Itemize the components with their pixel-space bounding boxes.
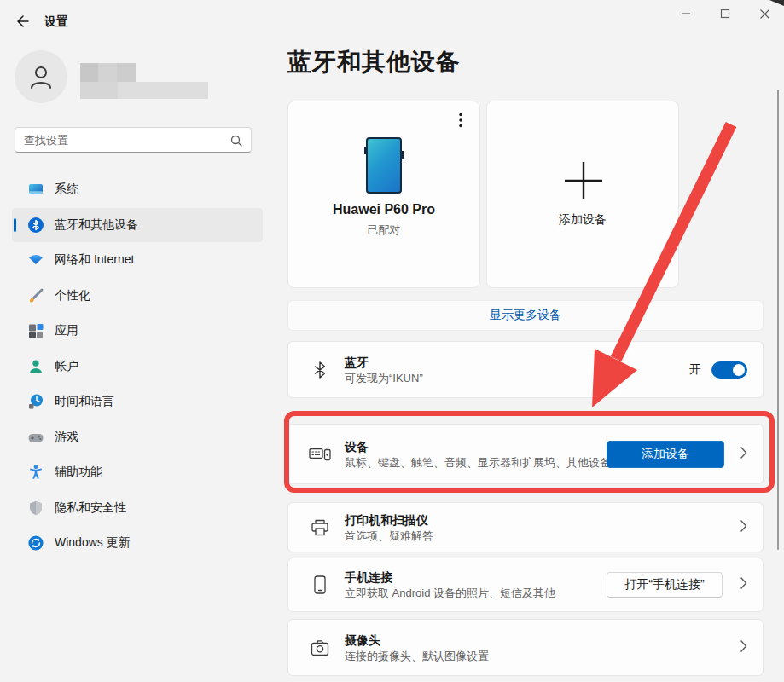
personalization-icon <box>27 287 44 304</box>
main-content: 蓝牙和其他设备 Huawei P60 Pro 已配对 添加设备 显示更多设备 <box>287 0 764 682</box>
add-device-button[interactable]: 添加设备 <box>607 441 724 468</box>
sidebar-item-label: 游戏 <box>55 430 78 445</box>
sidebar-item-bluetooth-devices[interactable]: 蓝牙和其他设备 <box>12 208 263 242</box>
cameras-row[interactable]: 摄像头 连接的摄像头、默认图像设置 <box>287 619 764 676</box>
add-device-button-label: 添加设备 <box>642 447 689 462</box>
bluetooth-rune-icon <box>309 359 331 381</box>
camera-icon <box>309 637 331 659</box>
printers-title: 打印机和扫描仪 <box>345 512 433 528</box>
user-name-redacted <box>80 61 210 99</box>
sidebar-item-accounts[interactable]: 帐户 <box>12 350 263 384</box>
bluetooth-title: 蓝牙 <box>345 355 423 370</box>
phone-link-row[interactable]: 手机连接 立即获取 Android 设备的照片、短信及其他 打开“手机连接” <box>287 558 764 612</box>
sidebar-item-privacy[interactable]: 隐私和安全性 <box>12 491 263 525</box>
sidebar-item-system[interactable]: 系统 <box>12 172 263 206</box>
sidebar-nav: 系统 蓝牙和其他设备 网络和 Internet <box>0 172 273 562</box>
keyboard-mouse-icon <box>309 443 331 465</box>
sidebar-item-label: 帐户 <box>55 359 78 374</box>
device-status: 已配对 <box>288 223 479 238</box>
scrollbar-thumb[interactable] <box>777 90 779 550</box>
accessibility-icon <box>27 464 44 481</box>
printers-row[interactable]: 打印机和扫描仪 首选项、疑难解答 <box>287 502 764 552</box>
sidebar-item-accessibility[interactable]: 辅助功能 <box>12 455 263 489</box>
system-icon <box>27 181 44 198</box>
sidebar-item-label: 隐私和安全性 <box>55 500 126 516</box>
phone-link-subtitle: 立即获取 Android 设备的照片、短信及其他 <box>345 586 555 600</box>
device-name: Huawei P60 Pro <box>288 202 479 217</box>
device-menu-button[interactable] <box>450 110 471 130</box>
show-more-label: 显示更多设备 <box>490 308 561 323</box>
page-title: 蓝牙和其他设备 <box>287 46 461 78</box>
printer-icon <box>309 517 331 539</box>
chevron-right-icon[interactable] <box>740 520 747 535</box>
privacy-icon <box>27 500 44 517</box>
sidebar-item-label: 系统 <box>55 182 78 197</box>
phone-graphic-icon <box>366 137 402 194</box>
sidebar-item-label: 时间和语言 <box>55 394 114 409</box>
cameras-subtitle: 连接的摄像头、默认图像设置 <box>345 649 489 663</box>
sidebar: 系统 蓝牙和其他设备 网络和 Internet <box>0 41 273 682</box>
add-device-label: 添加设备 <box>487 212 678 228</box>
sidebar-item-label: 网络和 Internet <box>55 252 134 268</box>
toggle-knob <box>733 364 745 376</box>
smartphone-icon <box>309 574 331 596</box>
sidebar-item-apps[interactable]: 应用 <box>12 314 263 348</box>
open-phone-link-label: 打开“手机连接” <box>624 577 704 592</box>
gaming-icon <box>27 429 44 446</box>
phone-link-title: 手机连接 <box>345 569 555 585</box>
devices-subtitle: 鼠标、键盘、触笔、音频、显示器和扩展坞、其他设备 <box>345 455 619 470</box>
chevron-right-icon[interactable] <box>740 640 747 656</box>
settings-window: 设置 <box>0 0 784 682</box>
avatar[interactable] <box>15 50 67 103</box>
time-language-icon <box>27 393 44 410</box>
app-title: 设置 <box>44 14 68 30</box>
show-more-devices-button[interactable]: 显示更多设备 <box>287 300 764 331</box>
sidebar-item-label: Windows 更新 <box>55 535 131 551</box>
network-icon <box>27 251 44 269</box>
add-device-card[interactable]: 添加设备 <box>486 101 679 288</box>
accounts-icon <box>27 358 44 375</box>
sidebar-item-personalization[interactable]: 个性化 <box>12 279 263 313</box>
sidebar-item-label: 个性化 <box>55 288 90 303</box>
sidebar-item-label: 蓝牙和其他设备 <box>55 217 138 233</box>
bluetooth-subtitle: 可发现为“IKUN” <box>345 371 423 385</box>
back-arrow-icon <box>15 14 30 29</box>
search-box <box>15 127 252 153</box>
sidebar-item-label: 应用 <box>55 323 78 338</box>
devices-title: 设备 <box>345 439 619 454</box>
bluetooth-icon <box>27 217 44 234</box>
windows-update-icon <box>27 535 44 552</box>
selected-indicator <box>14 218 16 232</box>
plus-icon <box>564 161 603 204</box>
sidebar-item-time-language[interactable]: 时间和语言 <box>12 384 263 419</box>
search-icon <box>229 134 243 151</box>
sidebar-item-label: 辅助功能 <box>55 465 102 480</box>
cameras-title: 摄像头 <box>345 633 489 648</box>
person-icon <box>26 62 55 91</box>
chevron-right-icon[interactable] <box>740 577 747 592</box>
chevron-right-icon[interactable] <box>740 447 747 462</box>
printers-subtitle: 首选项、疑难解答 <box>345 529 433 543</box>
apps-icon <box>27 322 44 339</box>
toggle-state-label: 开 <box>689 362 701 378</box>
device-card[interactable]: Huawei P60 Pro 已配对 <box>287 101 480 288</box>
more-options-icon <box>459 113 462 128</box>
open-phone-link-button[interactable]: 打开“手机连接” <box>607 572 723 598</box>
back-button[interactable] <box>12 11 32 32</box>
devices-row[interactable]: 设备 鼠标、键盘、触笔、音频、显示器和扩展坞、其他设备 添加设备 <box>287 424 764 484</box>
window-corner-shadow <box>769 0 784 6</box>
bluetooth-row[interactable]: 蓝牙 可发现为“IKUN” 开 <box>287 341 764 398</box>
bluetooth-toggle[interactable] <box>711 361 747 379</box>
sidebar-item-gaming[interactable]: 游戏 <box>12 420 263 454</box>
sidebar-item-windows-update[interactable]: Windows 更新 <box>12 526 263 560</box>
search-input[interactable] <box>24 129 229 151</box>
sidebar-item-network[interactable]: 网络和 Internet <box>12 243 263 277</box>
